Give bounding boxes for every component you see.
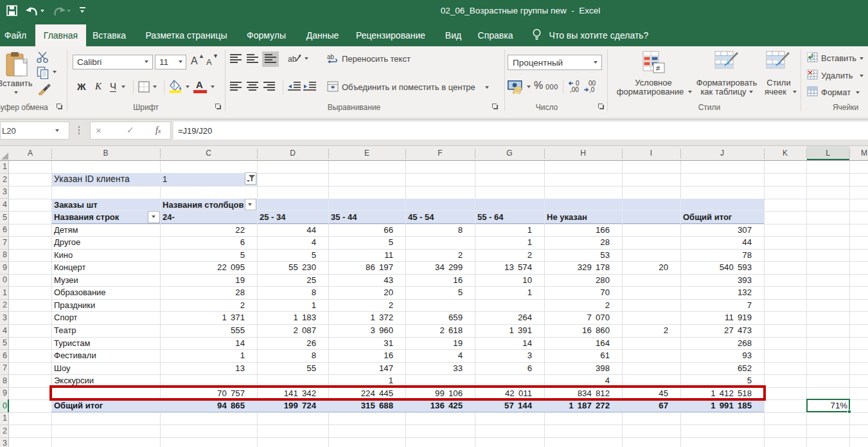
svg-text:ab: ab bbox=[327, 53, 335, 60]
svg-text:≠: ≠ bbox=[656, 64, 660, 73]
svg-text:,00: ,00 bbox=[570, 86, 579, 93]
svg-text:,0: ,0 bbox=[589, 86, 595, 93]
svg-text:ab: ab bbox=[288, 55, 297, 64]
